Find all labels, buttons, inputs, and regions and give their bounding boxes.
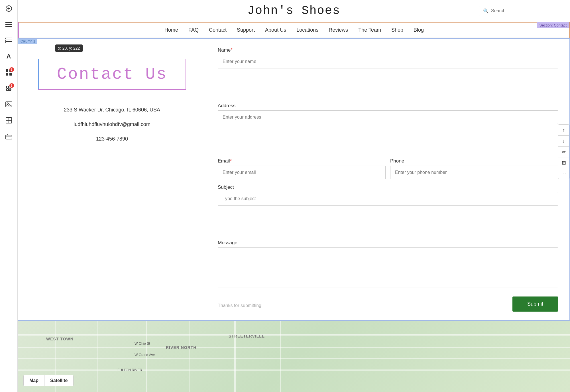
nav-shop[interactable]: Shop — [391, 27, 403, 33]
nav-blog[interactable]: Blog — [414, 27, 424, 33]
image-icon[interactable] — [4, 99, 14, 109]
nav-about[interactable]: About Us — [265, 27, 286, 33]
form-group-message: Message — [218, 240, 558, 291]
address-input[interactable] — [218, 110, 558, 124]
form-group-subject: Subject — [218, 184, 558, 235]
submit-button[interactable]: Submit — [512, 296, 558, 312]
contact-email: iudfhiuhdfiuvhuiohdfv@gmail.com — [64, 121, 160, 127]
form-row-email-phone: Email* Phone — [218, 158, 558, 179]
nav-contact[interactable]: Contact — [209, 27, 227, 33]
main-content: John's Shoes 🔍 Home FAQ Contact Support … — [18, 0, 570, 392]
map-street-fulton: FULTON RIVER — [117, 368, 142, 372]
nav-support[interactable]: Support — [237, 27, 255, 33]
add-icon[interactable] — [4, 3, 14, 14]
contact-info: 233 S Wacker Dr, Chicago, IL 60606, USA … — [64, 107, 160, 151]
site-title: John's Shoes — [247, 4, 340, 18]
phone-input[interactable] — [390, 166, 558, 179]
svg-rect-9 — [6, 69, 8, 72]
form-group-address: Address — [218, 103, 558, 153]
briefcase-icon[interactable] — [4, 131, 14, 141]
map-label-river-north: RIVER NORTH — [166, 345, 196, 350]
svg-point-20 — [7, 103, 8, 104]
satellite-button[interactable]: Satellite — [44, 375, 73, 386]
thanks-text: Thanks for submitting! — [218, 303, 262, 308]
nav-reviews[interactable]: Reviews — [329, 27, 348, 33]
subject-label: Subject — [218, 184, 558, 190]
nav-faq[interactable]: FAQ — [188, 27, 199, 33]
name-input[interactable] — [218, 55, 558, 68]
map-controls: Map Satellite — [23, 375, 74, 386]
right-tools-panel: ↑ ↓ ✏ ⊞ ⋯ — [558, 124, 569, 179]
message-textarea[interactable] — [218, 247, 558, 287]
name-label: Name* — [218, 47, 558, 53]
subject-input[interactable] — [218, 192, 558, 206]
section-label: Section: Contact — [537, 22, 569, 28]
badge-1: 1 — [9, 67, 14, 72]
svg-rect-8 — [5, 42, 12, 43]
contact-address: 233 S Wacker Dr, Chicago, IL 60606, USA — [64, 107, 160, 113]
address-label: Address — [218, 103, 558, 109]
apps-icon[interactable]: 1 — [4, 67, 14, 78]
left-column: x: 20, y: 222 Contact Us 233 S Wacker Dr… — [18, 39, 206, 320]
message-label: Message — [218, 240, 558, 246]
svg-rect-15 — [7, 89, 9, 91]
contact-title: Contact Us — [44, 65, 180, 84]
phone-label: Phone — [390, 158, 558, 164]
form-group-name: Name* — [218, 47, 558, 98]
form-group-phone: Phone — [390, 158, 558, 179]
search-input[interactable] — [491, 8, 560, 13]
top-bar: John's Shoes 🔍 — [18, 0, 570, 22]
map-label-west-town: WEST TOWN — [46, 337, 74, 341]
text-icon[interactable]: A — [4, 51, 14, 62]
nav-team[interactable]: The Team — [358, 27, 381, 33]
svg-rect-11 — [6, 73, 8, 76]
contact-phone: 123-456-7890 — [64, 136, 160, 142]
contact-title-box: Contact Us — [38, 59, 186, 90]
svg-rect-6 — [5, 38, 12, 39]
sidebar: A 1 1 — [0, 0, 18, 392]
nav-home[interactable]: Home — [164, 27, 178, 33]
list-icon[interactable] — [4, 35, 14, 46]
menu-icon[interactable] — [4, 19, 14, 30]
edit-tool-button[interactable]: ✏ — [558, 146, 569, 157]
map-street-w-grand: W Grand Ave — [135, 353, 155, 357]
map-button[interactable]: Map — [24, 375, 44, 386]
map-area: WEST TOWN RIVER NORTH STREETERVILLE W Oh… — [18, 321, 570, 392]
map-label-streeterville: STREETERVILLE — [229, 334, 265, 338]
tooltip: x: 20, y: 222 — [55, 44, 83, 52]
more-tool-button[interactable]: ⋯ — [558, 168, 569, 179]
scroll-up-button[interactable]: ↑ — [558, 125, 569, 135]
email-label: Email* — [218, 158, 386, 164]
content-section: Column 1 x: 20, y: 222 Contact Us 233 S … — [18, 38, 570, 321]
svg-rect-13 — [7, 86, 9, 88]
search-box[interactable]: 🔍 — [479, 6, 564, 16]
grid-tool-button[interactable]: ⊞ — [558, 157, 569, 168]
search-icon: 🔍 — [483, 8, 489, 14]
grid-layout-icon[interactable] — [4, 115, 14, 125]
map-street-w-ohio: W Ohio St — [135, 342, 150, 346]
nav-bar-wrapper: Home FAQ Contact Support About Us Locati… — [18, 22, 570, 38]
email-input[interactable] — [218, 166, 386, 179]
scroll-down-button[interactable]: ↓ — [558, 135, 569, 146]
svg-rect-19 — [6, 102, 12, 107]
nav-locations[interactable]: Locations — [296, 27, 318, 33]
nav-bar: Home FAQ Contact Support About Us Locati… — [19, 23, 569, 38]
form-group-email: Email* — [218, 158, 386, 179]
badge-2: 1 — [9, 83, 14, 88]
plugin-icon[interactable]: 1 — [4, 83, 14, 94]
svg-rect-12 — [9, 73, 12, 76]
right-column: Name* Address Email* Phone — [206, 39, 569, 320]
svg-rect-7 — [5, 40, 12, 41]
